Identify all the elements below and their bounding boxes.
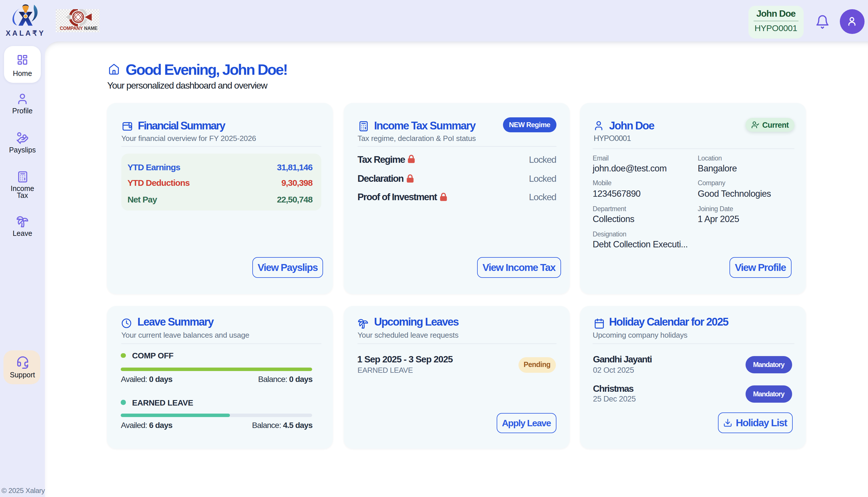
svg-text:COMPANY NAME: COMPANY NAME [60,26,98,31]
